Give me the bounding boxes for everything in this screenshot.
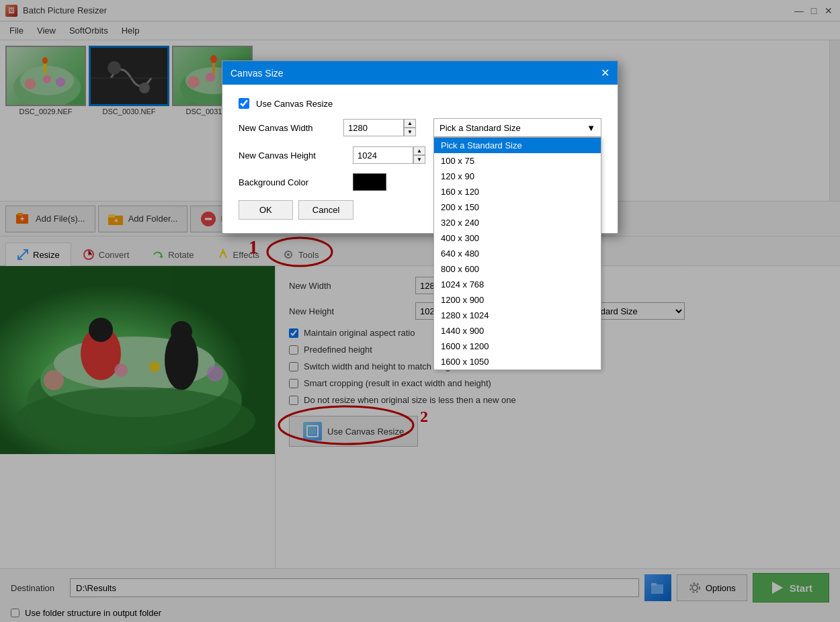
dropdown-arrow-icon: ▼ (587, 123, 595, 133)
dropdown-item-4[interactable]: 200 x 150 (434, 199, 601, 215)
dropdown-item-11[interactable]: 1280 x 1024 (434, 308, 601, 323)
modal-title: Canvas Size (230, 68, 284, 79)
modal-close-button[interactable]: ✕ (601, 66, 610, 79)
dropdown-item-9[interactable]: 1024 x 768 (434, 277, 601, 292)
dropdown-item-12[interactable]: 1440 x 900 (434, 323, 601, 339)
dropdown-item-8[interactable]: 800 x 600 (434, 261, 601, 277)
modal-overlay: Canvas Size ✕ Use Canvas Resize New Canv… (0, 0, 840, 622)
modal-width-row: New Canvas Width ▲ ▼ Pick a Standard Siz… (239, 118, 601, 137)
modal-height-down[interactable]: ▼ (413, 155, 425, 164)
standard-size-dropdown-button[interactable]: Pick a Standard Size ▼ (433, 118, 601, 137)
modal-width-spinner: ▲ ▼ (404, 119, 416, 136)
dropdown-selected-label: Pick a Standard Size (439, 123, 521, 133)
modal-height-input-wrap: ▲ ▼ (353, 146, 425, 164)
modal-width-label: New Canvas Width (239, 123, 337, 133)
dropdown-item-10[interactable]: 1200 x 900 (434, 292, 601, 308)
modal-height-label: New Canvas Height (239, 150, 346, 161)
modal-cancel-button[interactable]: Cancel (298, 200, 353, 220)
modal-width-input[interactable] (343, 119, 404, 136)
dropdown-item-3[interactable]: 160 x 120 (434, 184, 601, 199)
dropdown-item-6[interactable]: 400 x 300 (434, 230, 601, 246)
dropdown-item-14[interactable]: 1600 x 1050 (434, 354, 601, 369)
dropdown-item-0[interactable]: Pick a Standard Size (434, 138, 601, 153)
standard-size-dropdown: Pick a Standard Size ▼ Pick a Standard S… (433, 118, 601, 137)
modal-use-canvas-row: Use Canvas Resize (239, 98, 601, 109)
standard-size-dropdown-list: Pick a Standard Size 100 x 75 120 x 90 1… (433, 137, 601, 370)
modal-color-picker[interactable] (353, 173, 386, 191)
modal-height-input[interactable] (353, 146, 413, 164)
modal-titlebar: Canvas Size ✕ (222, 61, 618, 85)
modal-width-input-wrap: ▲ ▼ (343, 119, 416, 136)
dropdown-item-13[interactable]: 1600 x 1200 (434, 339, 601, 354)
modal-use-canvas-label: Use Canvas Resize (256, 99, 333, 109)
modal-ok-button[interactable]: OK (239, 200, 293, 220)
modal-width-up[interactable]: ▲ (404, 119, 416, 128)
modal-body: Use Canvas Resize New Canvas Width ▲ ▼ (222, 85, 618, 233)
dropdown-item-2[interactable]: 120 x 90 (434, 169, 601, 184)
modal-use-canvas-checkbox[interactable] (239, 98, 249, 109)
dropdown-item-1[interactable]: 100 x 75 (434, 153, 601, 169)
dropdown-item-5[interactable]: 320 x 240 (434, 215, 601, 230)
modal-height-up[interactable]: ▲ (413, 146, 425, 155)
modal-height-spinner: ▲ ▼ (413, 146, 425, 164)
canvas-size-modal: Canvas Size ✕ Use Canvas Resize New Canv… (222, 60, 618, 234)
modal-color-label: Background Color (239, 177, 346, 187)
dropdown-item-7[interactable]: 640 x 480 (434, 246, 601, 261)
modal-width-down[interactable]: ▼ (404, 128, 416, 136)
